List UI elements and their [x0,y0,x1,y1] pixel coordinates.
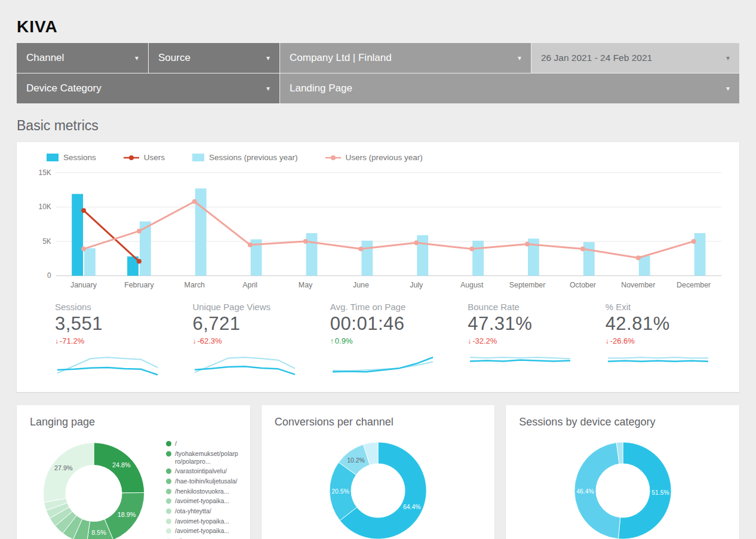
device-category-filter-dropdown[interactable]: Device Category ▾ [17,74,279,103]
date-range-picker[interactable]: 26 Jan 2021 - 24 Feb 2021 ▾ [531,43,739,73]
conversions-card: Conversions per channel 64.4%20.5%10.2% … [262,405,495,539]
svg-text:September: September [509,281,546,289]
conversions-donut-chart[interactable]: 64.4%20.5%10.2% [312,431,444,539]
channel-filter-dropdown[interactable]: Channel ▾ [17,43,148,73]
point-users-previous-year[interactable] [580,247,585,252]
kpi-value: 47.31% [468,313,589,335]
slice-percent-label: 64.4% [403,504,420,510]
point-users-previous-year[interactable] [137,229,142,234]
svg-text:November: November [621,281,655,289]
slice-percent-label: 20.5% [331,488,349,495]
legend-label: /ota-yhteytta/ [175,507,211,515]
legend-item-users: Users [124,153,165,162]
point-users[interactable] [81,208,86,213]
kpi-delta: ↓-71.2% [55,336,177,345]
slice-percent-label: 8.5% [91,529,106,536]
donut-legend-item-avoimet-tyopaika: /avoimet-tyopaika... [166,497,239,505]
filter-row-2: Device Category ▾ Landing Page ▾ [17,74,739,103]
legend-label: / [175,440,177,448]
legend-swatch-icon [192,154,204,161]
point-users-previous-year[interactable] [414,240,419,245]
legend-dot-icon [166,528,171,534]
slice-percent-label: 27.9% [54,464,73,471]
basic-metrics-card: SessionsUsersSessions (previous year)Use… [17,142,739,392]
bar-sessions[interactable] [72,194,83,276]
svg-text:May: May [299,281,313,289]
legend-item-sessions-previous-year: Sessions (previous year) [192,153,298,162]
point-users-previous-year[interactable] [525,242,530,247]
chevron-down-icon: ▾ [266,84,270,93]
slice-percent-label: 46.4% [576,488,594,495]
donut-legend-item-: / [166,440,239,448]
svg-text:10K: 10K [39,203,51,211]
legend-label: Users (previous year) [346,153,423,162]
kpi-value: 00:01:46 [330,313,452,335]
legend-dot-icon [166,468,171,474]
legend-line-icon [325,155,341,161]
kpi-bounce-rate: Bounce Rate47.31%↓-32.2% [452,302,589,380]
legend-label: /henkilostovuokra... [175,488,229,495]
bar-sessions-previous-year[interactable] [361,241,373,276]
legend-label: /hae-toihin/kuljetusala/ [175,477,237,485]
kpi-sparkline [55,354,162,380]
bar-sessions-previous-year[interactable] [472,241,484,276]
svg-text:5K: 5K [42,237,51,246]
legend-label: Sessions [63,153,96,162]
donut-slice-others[interactable] [43,443,94,503]
chevron-down-icon: ▾ [726,54,730,62]
point-users-previous-year[interactable] [358,247,363,252]
bar-sessions-previous-year[interactable] [694,233,706,275]
point-users-previous-year[interactable] [303,239,308,244]
point-users[interactable] [137,259,142,264]
card-title: Langing page [30,416,239,428]
landing-page-filter-dropdown[interactable]: Landing Page ▾ [280,74,739,103]
kpi-delta-value: -26.6% [610,336,635,345]
legend-dot-icon [166,451,171,457]
svg-text:December: December [677,281,711,289]
point-users-previous-year[interactable] [692,239,696,244]
landing-page-filter-label: Landing Page [290,82,352,94]
donut-legend-item-henkilostovuokra: /henkilostovuokra... [166,488,239,495]
point-users-previous-year[interactable] [81,247,86,252]
svg-text:0: 0 [47,271,51,280]
point-users-previous-year[interactable] [469,247,474,252]
donut-legend-item-tyohakemukset-polarpro-polarpro: /tyohakemukset/polarpro/polarpro... [166,450,239,466]
chevron-down-icon: ▾ [135,54,139,62]
device-category-card: Sessions by device category 51.5%46.4% m… [506,405,739,539]
point-users-previous-year[interactable] [636,256,641,261]
landing-page-donut-chart[interactable]: 24.8%18.9%8.5%27.9% [27,431,160,539]
bar-sessions-previous-year[interactable] [84,248,96,275]
landing-page-card: Langing page 24.8%18.9%8.5%27.9% //tyoha… [17,405,250,539]
bar-sessions-previous-year[interactable] [583,242,595,275]
chevron-down-icon: ▾ [726,84,730,93]
kpi-label: Avg. Time on Page [330,302,452,312]
channel-filter-label: Channel [26,52,64,64]
kpi-delta-value: 0.9% [335,336,353,345]
kpi-value: 42.81% [606,313,727,335]
company-filter-label: Company Ltd | Finland [290,52,392,64]
point-users-previous-year[interactable] [248,243,253,247]
donut-legend-item-avoimet-tyopaika: /avoimet-tyopaika... [166,527,239,535]
svg-text:June: June [353,281,369,289]
device-category-filter-label: Device Category [26,82,102,94]
point-users-previous-year[interactable] [192,199,197,204]
bar-sessions-previous-year[interactable] [639,256,650,275]
company-filter-dropdown[interactable]: Company Ltd | Finland ▾ [280,43,531,73]
source-filter-dropdown[interactable]: Source ▾ [149,43,279,73]
arrow-down-icon: ↓ [468,337,471,345]
legend-label: /avoimet-tyopaika... [175,527,229,535]
chevron-down-icon: ▾ [518,54,521,62]
kpi-delta: ↓-26.6% [606,336,727,345]
sessions-users-combo-chart[interactable]: 05K10K15KJanuaryFebruaryMarchAprilMayJun… [29,167,727,292]
kpi-delta: ↓-32.2% [468,336,589,345]
date-range-label: 26 Jan 2021 - 24 Feb 2021 [541,53,652,63]
legend-item-users-previous-year: Users (previous year) [325,153,423,162]
bar-sessions-previous-year[interactable] [417,235,428,276]
arrow-down-icon: ↓ [606,337,609,345]
donut-legend-item-hae-toihin-kuljetusala: /hae-toihin/kuljetusala/ [166,477,239,485]
bar-sessions-previous-year[interactable] [306,233,318,275]
svg-text:July: July [410,281,423,289]
svg-text:March: March [185,281,205,289]
device-donut-chart[interactable]: 51.5%46.4% [557,431,689,539]
slice-percent-label: 24.8% [112,462,131,469]
